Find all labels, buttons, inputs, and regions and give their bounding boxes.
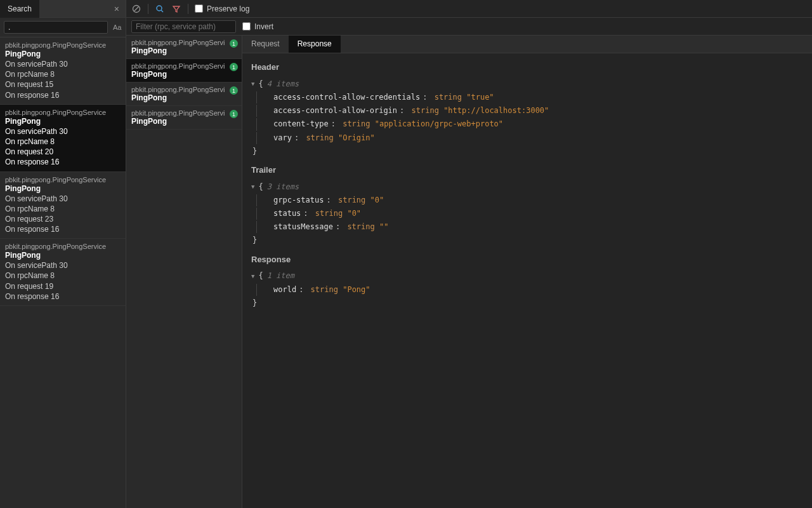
rpc-method: PingPong	[131, 117, 237, 126]
rpc-path: pbkit.pingpong.PingPongServi	[131, 39, 237, 46]
result-line: On rpcName 8	[5, 271, 121, 281]
result-line: On response 16	[5, 291, 121, 302]
divider	[148, 4, 148, 14]
result-line: On request 20	[5, 147, 121, 157]
divider	[188, 4, 188, 14]
result-path: pbkit.pingpong.PingPongService	[5, 243, 121, 250]
chevron-down-icon[interactable]: ▼	[251, 79, 254, 88]
filter-row: Invert	[126, 18, 812, 36]
rpc-path: pbkit.pingpong.PingPongServi	[131, 86, 237, 93]
rpc-item[interactable]: pbkit.pingpong.PingPongServiPingPong1	[126, 36, 242, 59]
kv-row: content-type: string "application/grpc-w…	[256, 118, 803, 130]
object-open: ▼{ 1 item	[251, 270, 803, 282]
result-line: On servicePath 30	[5, 126, 121, 137]
rpc-badge: 1	[230, 39, 238, 48]
filter-icon[interactable]	[171, 4, 181, 14]
section-heading: Response	[251, 253, 803, 267]
rpc-method: PingPong	[131, 46, 237, 55]
invert-label: Invert	[254, 22, 273, 31]
result-line: On request 19	[5, 281, 121, 291]
rpc-method: PingPong	[131, 93, 237, 102]
object-close: }	[251, 145, 803, 157]
result-line: On response 16	[5, 90, 121, 100]
result-method: PingPong	[5, 184, 121, 193]
top-toolbar: Preserve log	[126, 0, 812, 18]
preserve-log-label: Preserve log	[207, 4, 249, 13]
rpc-method: PingPong	[131, 70, 237, 79]
result-line: On response 16	[5, 157, 121, 167]
kv-row: statusMessage: string ""	[256, 221, 803, 233]
kv-row: access-control-allow-origin: string "htt…	[256, 105, 803, 117]
rpc-item[interactable]: pbkit.pingpong.PingPongServiPingPong1	[126, 59, 242, 83]
filter-input[interactable]	[131, 20, 236, 33]
object-close: }	[251, 234, 803, 246]
close-icon[interactable]: ×	[108, 4, 126, 14]
rpc-path: pbkit.pingpong.PingPongServi	[131, 62, 237, 70]
object-open: ▼{ 3 items	[251, 181, 803, 193]
detail-body: Header▼{ 4 itemsaccess-control-allow-cre…	[242, 53, 812, 508]
content-row: pbkit.pingpong.PingPongServiPingPong1pbk…	[126, 36, 812, 508]
clear-icon[interactable]	[131, 4, 141, 14]
result-path: pbkit.pingpong.PingPongService	[5, 109, 121, 116]
result-method: PingPong	[5, 50, 121, 58]
result-line: On request 23	[5, 214, 121, 224]
rpc-badge: 1	[230, 63, 238, 71]
result-line: On servicePath 30	[5, 194, 121, 204]
object-open: ▼{ 4 items	[251, 78, 803, 90]
object-close: }	[251, 297, 803, 309]
search-panel: Search × Aa .* pbkit.pingpong.PingPongSe…	[0, 0, 126, 508]
rpc-item[interactable]: pbkit.pingpong.PingPongServiPingPong1	[126, 106, 242, 130]
case-sensitive-toggle[interactable]: Aa	[112, 22, 122, 32]
result-line: On request 15	[5, 79, 121, 90]
kv-row: world: string "Pong"	[256, 284, 803, 296]
result-line: On response 16	[5, 224, 121, 234]
svg-line-3	[161, 10, 163, 12]
result-line: On rpcName 8	[5, 204, 121, 214]
detail-panel: Request Response Header▼{ 4 itemsaccess-…	[242, 36, 812, 508]
invert-checkbox[interactable]: Invert	[242, 22, 273, 31]
result-path: pbkit.pingpong.PingPongService	[5, 176, 121, 184]
search-input-row: Aa .*	[0, 18, 126, 37]
section-heading: Trailer	[251, 164, 803, 177]
tab-response[interactable]: Response	[289, 36, 341, 53]
main-panel: Preserve log Invert pbkit.pingpong.PingP…	[126, 0, 812, 508]
rpc-badge: 1	[230, 86, 238, 95]
chevron-down-icon[interactable]: ▼	[251, 182, 254, 191]
search-results: pbkit.pingpong.PingPongServicePingPongOn…	[0, 37, 126, 508]
result-line: On servicePath 30	[5, 260, 121, 271]
search-tab[interactable]: Search	[0, 0, 39, 18]
result-path: pbkit.pingpong.PingPongService	[5, 41, 121, 49]
search-result-item[interactable]: pbkit.pingpong.PingPongServicePingPongOn…	[0, 105, 126, 172]
result-method: PingPong	[5, 251, 121, 260]
rpc-path: pbkit.pingpong.PingPongServi	[131, 109, 237, 117]
chevron-down-icon[interactable]: ▼	[251, 272, 254, 281]
search-result-item[interactable]: pbkit.pingpong.PingPongServicePingPongOn…	[0, 37, 126, 105]
result-line: On rpcName 8	[5, 137, 121, 147]
rpc-item[interactable]: pbkit.pingpong.PingPongServiPingPong1	[126, 83, 242, 106]
result-method: PingPong	[5, 117, 121, 126]
rpc-badge: 1	[230, 110, 238, 118]
preserve-log-checkbox[interactable]: Preserve log	[195, 4, 249, 13]
search-input[interactable]	[4, 21, 108, 34]
search-header: Search ×	[0, 0, 126, 18]
detail-tabs: Request Response	[242, 36, 812, 53]
search-result-item[interactable]: pbkit.pingpong.PingPongServicePingPongOn…	[0, 172, 126, 239]
search-result-item[interactable]: pbkit.pingpong.PingPongServicePingPongOn…	[0, 239, 126, 306]
tab-request[interactable]: Request	[242, 36, 289, 53]
kv-row: vary: string "Origin"	[256, 132, 803, 144]
kv-row: access-control-allow-credentials: string…	[256, 91, 803, 104]
kv-row: grpc-status: string "0"	[256, 194, 803, 206]
result-line: On rpcName 8	[5, 69, 121, 79]
svg-line-1	[134, 6, 139, 11]
svg-point-2	[157, 6, 162, 11]
rpc-list: pbkit.pingpong.PingPongServiPingPong1pbk…	[126, 36, 242, 508]
section-heading: Header	[251, 61, 803, 74]
kv-row: status: string "0"	[256, 208, 803, 220]
search-icon[interactable]	[155, 4, 165, 14]
result-line: On servicePath 30	[5, 59, 121, 69]
